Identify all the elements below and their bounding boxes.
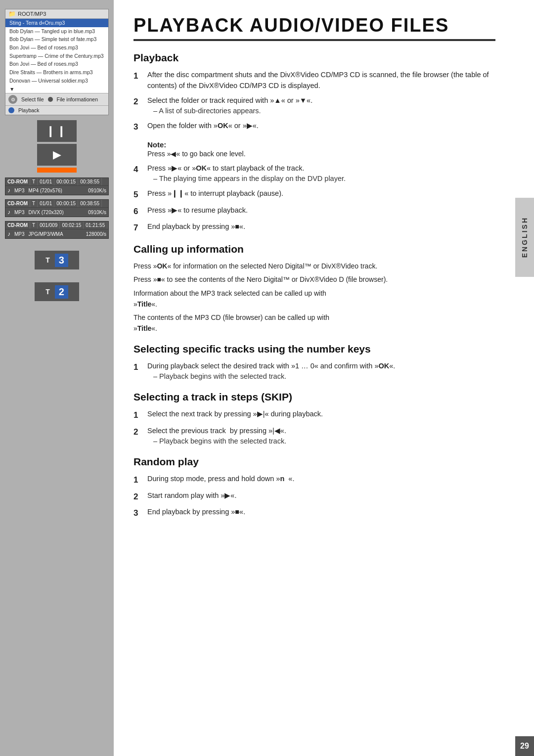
- calling-up-para-3: Information about the MP3 track selected…: [134, 288, 495, 310]
- step-text: End playback by pressing »■«.: [147, 222, 495, 234]
- page-number-text: 29: [520, 742, 529, 751]
- list-item: 2 Select the previous track by pressing …: [134, 426, 495, 447]
- file-browser-root: ROOT/MP3: [18, 11, 46, 17]
- calling-up-para-2: Press »■« to see the contents of the Ner…: [134, 274, 495, 285]
- number-keys-list: 1 During playback select the desired tra…: [134, 361, 495, 383]
- step-num: 1: [134, 409, 147, 422]
- progress-bar: [37, 168, 77, 173]
- cdrom-label-3: CD-ROM: [5, 222, 30, 229]
- cdrom-time1: 00:00:15: [54, 178, 78, 185]
- random-title: Random play: [134, 456, 495, 468]
- play-button[interactable]: ▶: [37, 144, 77, 166]
- file-item-selected[interactable]: Sting - Terra d«Oru.mp3: [5, 19, 108, 27]
- disc-icon-3: ♪: [7, 230, 10, 237]
- track-selector-2-container: T 2: [5, 277, 109, 306]
- cdrom-row2-3: ♪ MP3 JPG/MP3/WMA 128000/s: [5, 229, 108, 238]
- file-item[interactable]: Bob Dylan — Simple twist of fate.mp3: [5, 35, 108, 44]
- cdrom-size: 0910K/s: [88, 188, 106, 193]
- cdrom-size-3: 128000/s: [86, 231, 106, 237]
- cdrom-box-3: CD-ROM T 001/009 00:02:15 01:21:55 ♪ MP3…: [5, 221, 109, 239]
- random-section: Random play 1 During stop mode, press an…: [134, 456, 495, 520]
- cdrom-type: MP3: [14, 188, 25, 193]
- cdrom-row2: ♪ MP3 MP4 (720x576) 0910K/s: [5, 186, 108, 195]
- file-item[interactable]: Bob Dylan — Tangled up in blue.mp3: [5, 27, 108, 36]
- list-item: 3 Open the folder with »OK« or »▶«.: [134, 121, 495, 133]
- track-t-label-2: T: [45, 288, 50, 296]
- cdrom-row1-3: CD-ROM T 001/009 00:02:15 01:21:55: [5, 222, 108, 229]
- list-item: 6 Press »▶« to resume playback.: [134, 205, 495, 218]
- skip-section: Selecting a track in steps (SKIP) 1 Sele…: [134, 391, 495, 447]
- step-num: 1: [134, 70, 147, 91]
- cdrom-t: T: [30, 178, 38, 185]
- cdrom-box-1: CD-ROM T 01/01 00:00:15 00:38:55 ♪ MP3 M…: [5, 178, 109, 195]
- list-item: 1 During playback select the desired tra…: [134, 361, 495, 383]
- list-item: 7 End playback by pressing »■«.: [134, 222, 495, 234]
- pause-button[interactable]: ❙❙: [37, 120, 77, 142]
- step-num: 1: [134, 474, 147, 487]
- track-t-label: T: [45, 256, 50, 264]
- random-list: 1 During stop mode, press and hold down …: [134, 474, 495, 520]
- cdrom-row2-2: ♪ MP3 DIVX (720x320) 0910K/s: [5, 208, 108, 217]
- note-box: Note: Press »◀« to go back one level.: [147, 140, 495, 159]
- playback-list: 1 After the disc compartment shuts and t…: [134, 70, 495, 133]
- step-num: 1: [134, 361, 147, 383]
- playback-title: Playback: [134, 52, 495, 64]
- cdrom-row1-2: CD-ROM T 01/01 00:00:15 00:38:55: [5, 200, 108, 208]
- page-title: PLAYBACK AUDIO/VIDEO FILES: [134, 15, 495, 41]
- cdrom-t-2: T: [30, 200, 38, 207]
- step-text: After the disc compartment shuts and the…: [147, 70, 495, 91]
- calling-up-para-4: The contents of the MP3 CD (file browser…: [134, 312, 495, 334]
- step-num: 5: [134, 188, 147, 201]
- file-browser[interactable]: 📁 ROOT/MP3 Sting - Terra d«Oru.mp3 Bob D…: [5, 9, 109, 115]
- step-num: 7: [134, 222, 147, 234]
- page-number: 29: [515, 736, 534, 756]
- cdrom-format: MP4 (720x576): [29, 188, 85, 193]
- step-text: During playback select the desired track…: [147, 361, 495, 383]
- playback-section: Playback 1 After the disc compartment sh…: [134, 52, 495, 234]
- gear-icon[interactable]: ⚙: [8, 95, 17, 104]
- step-num: 4: [134, 163, 147, 185]
- main-content: PLAYBACK AUDIO/VIDEO FILES Playback 1 Af…: [114, 0, 515, 548]
- skip-list: 1 Select the next track by pressing »▶|«…: [134, 409, 495, 447]
- folder-icon: 📁: [8, 10, 16, 17]
- cdrom-size-2: 0910K/s: [88, 210, 106, 215]
- file-item[interactable]: Bon Jovi — Bed of roses.mp3: [5, 44, 108, 52]
- list-item: 1 Select the next track by pressing »▶|«…: [134, 409, 495, 422]
- cdrom-track: 01/01: [38, 178, 54, 185]
- cdrom-time2-3: 01:21:55: [84, 222, 107, 229]
- file-browser-footer: ⚙ Select file File informationen: [5, 93, 108, 105]
- cdrom-type-3: MP3: [14, 231, 25, 237]
- file-item[interactable]: Donovan — Universal soldier.mp3: [5, 77, 108, 85]
- file-item[interactable]: Dire Straits — Brothers in arms.mp3: [5, 68, 108, 77]
- step-num: 3: [134, 121, 147, 133]
- cdrom-track-2: 01/01: [38, 200, 54, 207]
- step-text: Press »▶« to resume playback.: [147, 205, 495, 218]
- disc-icon: ♪: [7, 187, 10, 194]
- file-item[interactable]: Bon Jovi — Bed of roses.mp3: [5, 60, 108, 68]
- file-info-label: File informationen: [57, 96, 98, 102]
- track-selector-2: T 2: [35, 282, 79, 301]
- track-selector-1: T 3: [35, 251, 79, 269]
- calling-up-section: Calling up information Press »OK« for in…: [134, 243, 495, 334]
- cdrom-time2: 00:38:55: [78, 178, 102, 185]
- language-tab: ENGLISH: [515, 198, 534, 277]
- cdrom-track-3: 001/009: [38, 222, 60, 229]
- file-item[interactable]: Supertramp — Crime of the Century.mp3: [5, 52, 108, 60]
- file-item-scroll: ▼: [5, 85, 108, 93]
- step-num: 2: [134, 490, 147, 503]
- step-sub: – A list of sub-directories appears.: [147, 106, 495, 117]
- step-num: 3: [134, 507, 147, 520]
- list-item: 1 After the disc compartment shuts and t…: [134, 70, 495, 91]
- playback-list-2: 4 Press »▶« or »OK« to start playback of…: [134, 163, 495, 234]
- calling-up-title: Calling up information: [134, 243, 495, 255]
- blue-dot-icon: [8, 107, 14, 113]
- cdrom-type-2: MP3: [14, 210, 25, 215]
- step-num: 2: [134, 426, 147, 447]
- select-file-label: Select file: [21, 96, 44, 102]
- cdrom-label-2: CD-ROM: [5, 200, 30, 207]
- playback-footer: Playback: [5, 105, 108, 115]
- calling-up-para-1: Press »OK« for information on the select…: [134, 261, 495, 272]
- list-item: 2 Start random play with »▶«.: [134, 490, 495, 503]
- step-num: 2: [134, 95, 147, 117]
- cdrom-format-3: JPG/MP3/WMA: [29, 231, 82, 237]
